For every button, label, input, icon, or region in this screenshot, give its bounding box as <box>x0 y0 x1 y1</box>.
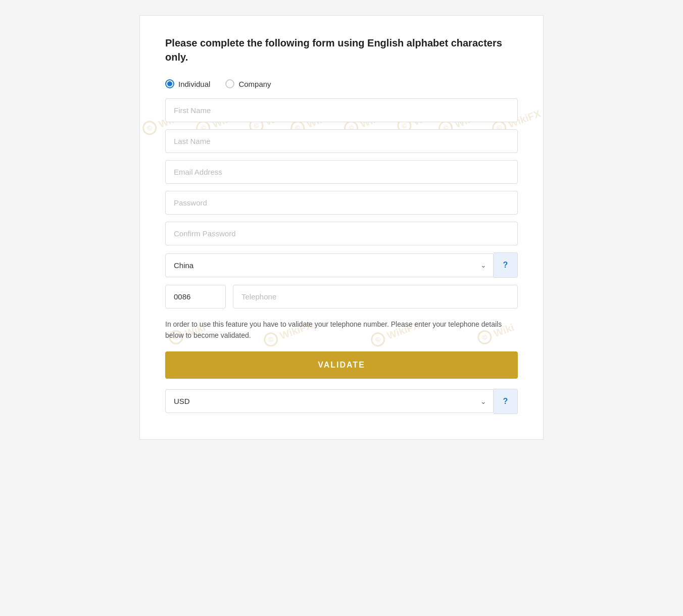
currency-help-button[interactable]: ? <box>494 389 518 414</box>
country-select[interactable]: China United States United Kingdom Japan… <box>165 253 494 277</box>
company-label: Company <box>238 80 271 88</box>
company-option[interactable]: Company <box>225 79 271 88</box>
password-input[interactable] <box>165 191 518 215</box>
validate-button[interactable]: VALIDATE <box>165 351 518 379</box>
currency-row: USD EUR GBP JPY CNY ⌄ ? <box>165 389 518 414</box>
phone-code-input[interactable] <box>165 285 226 309</box>
form-container: ©WikiFX ©WikiFX ©Wiki ©WikiFX ©WikiFX ©W… <box>139 15 544 440</box>
email-input[interactable] <box>165 160 518 184</box>
country-help-button[interactable]: ? <box>494 252 518 278</box>
page-wrapper: ©WikiFX ©WikiFX ©Wiki ©WikiFX ©WikiFX ©W… <box>10 10 673 440</box>
account-type-group: Individual Company <box>165 79 518 88</box>
currency-select-wrapper: USD EUR GBP JPY CNY ⌄ <box>165 389 494 414</box>
currency-select[interactable]: USD EUR GBP JPY CNY <box>165 389 494 413</box>
telephone-input[interactable] <box>233 285 518 309</box>
individual-label: Individual <box>178 80 210 88</box>
form-content: Please complete the following form using… <box>165 36 518 414</box>
last-name-input[interactable] <box>165 129 518 153</box>
form-title: Please complete the following form using… <box>165 36 518 64</box>
validation-notice: In order to use this feature you have to… <box>165 319 518 341</box>
first-name-input[interactable] <box>165 98 518 122</box>
company-radio[interactable] <box>225 79 234 88</box>
individual-option[interactable]: Individual <box>165 79 210 88</box>
telephone-row <box>165 285 518 309</box>
country-row: China United States United Kingdom Japan… <box>165 252 518 278</box>
individual-radio[interactable] <box>165 79 174 88</box>
confirm-password-input[interactable] <box>165 222 518 245</box>
country-select-wrapper: China United States United Kingdom Japan… <box>165 252 494 278</box>
